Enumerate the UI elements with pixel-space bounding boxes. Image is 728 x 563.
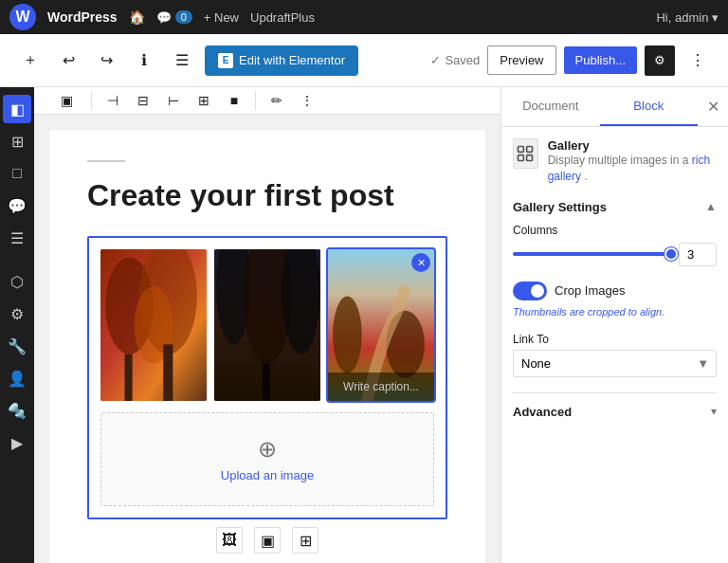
sidebar-item-arrow[interactable]: ▶ (3, 428, 31, 457)
right-panel: Document Block ✕ Gallery Disp (500, 87, 728, 563)
gallery-icon-3[interactable]: ⊞ (292, 527, 318, 554)
more-options-button[interactable]: ⋮ (682, 45, 713, 76)
svg-rect-5 (163, 345, 173, 402)
columns-input[interactable] (679, 243, 717, 266)
svg-rect-16 (519, 155, 524, 161)
list-view-button[interactable]: ☰ (167, 45, 197, 76)
advanced-title: Advanced (513, 405, 572, 419)
svg-rect-17 (527, 155, 533, 161)
sidebar-item-pointer[interactable]: ⬡ (3, 267, 31, 296)
gallery-icon-2[interactable]: ▣ (254, 527, 281, 554)
gallery-block-icon-info (513, 138, 538, 169)
gallery-settings-title: Gallery Settings (513, 200, 607, 214)
more-block-options[interactable]: ⋮ (294, 87, 320, 114)
publish-button[interactable]: Publish... (564, 46, 637, 74)
preview-button[interactable]: Preview (487, 45, 555, 75)
align-wide-button[interactable]: ⊞ (191, 87, 217, 114)
redo-button[interactable]: ↪ (91, 45, 121, 76)
columns-slider-track[interactable] (513, 252, 671, 256)
close-panel-button[interactable]: ✕ (698, 88, 728, 126)
upload-label[interactable]: Upload an image (124, 468, 410, 482)
gallery-images: ✕ Write caption... (100, 249, 434, 401)
upload-image-area[interactable]: ⊕ Upload an image (100, 412, 434, 506)
edit-gallery-button[interactable]: ✏ (264, 87, 290, 114)
sidebar-item-media[interactable]: □ (3, 159, 31, 188)
advanced-header[interactable]: Advanced ▾ (513, 405, 717, 419)
tab-document[interactable]: Document (501, 87, 600, 126)
block-type-button[interactable]: ▣ (49, 87, 83, 114)
advanced-chevron: ▾ (711, 405, 717, 418)
link-to-select-wrapper: None Media File Attachment Page Custom U… (513, 350, 717, 377)
gallery-settings-section: Gallery Settings ▲ Columns (513, 200, 717, 377)
sidebar-item-block[interactable]: ◧ (3, 95, 31, 123)
sidebar-item-wrench[interactable]: 🔩 (3, 396, 31, 425)
gallery-caption-3[interactable]: Write caption... (328, 372, 434, 401)
gallery-block[interactable]: ✕ Write caption... ⊕ Upload an image (87, 236, 447, 519)
post-title[interactable]: Create your first post (87, 177, 447, 213)
saved-status: ✓ Saved (430, 53, 480, 67)
sidebar-item-tools[interactable]: 🔧 (3, 332, 31, 360)
svg-rect-10 (263, 364, 270, 401)
edit-with-elementor-button[interactable]: E Edit with Elementor (205, 45, 358, 76)
info-button[interactable]: ℹ (129, 45, 159, 76)
sidebar-item-patterns[interactable]: ⊞ (3, 127, 31, 155)
svg-point-12 (333, 297, 362, 373)
panel-header: Document Block ✕ (501, 87, 728, 127)
link-to-select[interactable]: None Media File Attachment Page Custom U… (513, 350, 717, 377)
gallery-icon-1[interactable]: 🖼 (216, 527, 243, 554)
left-sidebar: ◧ ⊞ □ 💬 ☰ ⬡ ⚙ 🔧 👤 🔩 ▶ (0, 87, 34, 563)
crop-images-label: Crop Images (555, 283, 625, 298)
tab-block[interactable]: Block (600, 87, 699, 126)
svg-rect-14 (519, 147, 524, 153)
gallery-image-2[interactable] (214, 249, 320, 401)
crop-images-toggle[interactable] (513, 282, 547, 300)
sidebar-item-user[interactable]: 👤 (3, 364, 31, 392)
new-button[interactable]: + New (204, 10, 239, 25)
gallery-settings-header[interactable]: Gallery Settings ▲ (513, 200, 717, 214)
gallery-settings-chevron: ▲ (705, 200, 717, 213)
sidebar-item-pages[interactable]: ☰ (3, 224, 31, 252)
sidebar-item-settings2[interactable]: ⚙ (3, 300, 31, 328)
svg-rect-15 (527, 147, 533, 153)
main-layout: ◧ ⊞ □ 💬 ☰ ⬡ ⚙ 🔧 👤 🔩 ▶ ▣ ⊣ ⊟ ⊢ ⊞ ■ ✏ ⋮ C (0, 87, 728, 563)
editor-content: Create your first post (49, 130, 485, 563)
gallery-description: Display multiple images in a rich galler… (548, 153, 717, 185)
wp-logo[interactable]: W (9, 4, 36, 30)
advanced-section: Advanced ▾ (513, 392, 717, 419)
crop-images-hint: Thumbnails are cropped to align. (513, 306, 717, 318)
comments-link[interactable]: 💬 0 (156, 10, 192, 25)
align-right-button[interactable]: ⊢ (160, 87, 187, 114)
home-icon[interactable]: 🏠 (129, 9, 145, 25)
svg-rect-4 (124, 354, 132, 401)
align-center-button[interactable]: ⊟ (130, 87, 156, 114)
settings-gear-button[interactable]: ⚙ (645, 45, 675, 76)
divider (91, 91, 92, 110)
gallery-info: Gallery Display multiple images in a ric… (513, 138, 717, 185)
columns-label: Columns (513, 224, 717, 237)
divider2 (255, 91, 256, 110)
comment-icon: 💬 (156, 10, 172, 25)
link-to-label: Link To (513, 333, 717, 346)
add-block-button[interactable]: ＋ (15, 45, 46, 76)
crop-images-row: Crop Images (513, 282, 717, 300)
align-full-button[interactable]: ■ (221, 87, 247, 114)
panel-content: Gallery Display multiple images in a ric… (501, 127, 728, 563)
check-icon: ✓ (430, 53, 441, 67)
undo-button[interactable]: ↩ (53, 45, 83, 76)
sidebar-item-comments[interactable]: 💬 (3, 191, 31, 220)
comments-badge: 0 (175, 10, 192, 24)
columns-slider-thumb[interactable] (664, 247, 678, 261)
gallery-image-1[interactable] (100, 249, 207, 401)
columns-row (513, 243, 717, 266)
upload-plus-icon: ⊕ (124, 436, 410, 463)
toggle-thumb (531, 284, 544, 298)
editor-area: ▣ ⊣ ⊟ ⊢ ⊞ ■ ✏ ⋮ Create your first post (34, 87, 500, 563)
elementor-label: Edit with Elementor (239, 53, 345, 67)
gallery-info-text: Gallery Display multiple images in a ric… (548, 138, 717, 185)
align-left-button[interactable]: ⊣ (100, 87, 126, 114)
user-greeting[interactable]: Hi, admin ▾ (656, 10, 719, 25)
plugin-name: UpdraftPlus (250, 10, 315, 25)
block-toolbar: ▣ ⊣ ⊟ ⊢ ⊞ ■ ✏ ⋮ (34, 87, 500, 115)
gallery-image-3[interactable]: ✕ Write caption... (328, 249, 434, 401)
gallery-block-icons: 🖼 ▣ ⊞ (87, 519, 447, 554)
